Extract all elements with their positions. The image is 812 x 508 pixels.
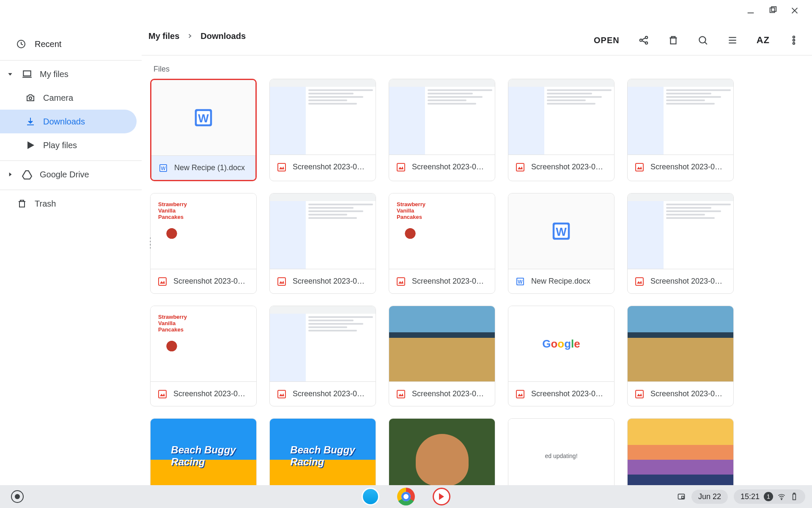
shelf-app-youtube-music[interactable]: [433, 488, 450, 505]
image-file-icon: [157, 389, 167, 399]
file-tile[interactable]: [389, 418, 495, 485]
file-tile[interactable]: Beach BuggyRacing: [269, 418, 376, 485]
svg-rect-57: [159, 390, 166, 398]
file-tile[interactable]: Screenshot 2023-0…: [627, 193, 734, 294]
svg-point-21: [699, 36, 705, 43]
more-icon[interactable]: [788, 35, 799, 46]
file-name: Screenshot 2023-0…: [293, 163, 365, 171]
sort-button[interactable]: AZ: [757, 35, 770, 46]
file-caption: Screenshot 2023-0…: [389, 155, 495, 179]
divider: [0, 60, 142, 61]
list-view-icon[interactable]: [727, 35, 738, 46]
download-icon: [25, 116, 36, 127]
file-tile[interactable]: StrawberryVanillaPancakesScreenshot 2023…: [150, 193, 257, 294]
sidebar-item-googledrive[interactable]: Google Drive: [0, 163, 137, 186]
file-tile[interactable]: ed updating!: [508, 418, 614, 485]
delete-icon[interactable]: [668, 35, 679, 46]
svg-marker-62: [398, 393, 403, 396]
svg-marker-58: [160, 393, 165, 396]
sidebar-item-myfiles[interactable]: My files: [0, 62, 137, 86]
file-tile[interactable]: GoogleScreenshot 2023-0…: [508, 306, 614, 406]
file-caption: Screenshot 2023-0…: [270, 269, 376, 293]
launcher-button[interactable]: [11, 490, 24, 503]
file-tile[interactable]: Beach BuggyRacing: [150, 418, 257, 485]
file-tile[interactable]: Screenshot 2023-0…: [389, 79, 495, 181]
trash-icon: [16, 199, 28, 209]
image-file-icon: [157, 276, 167, 287]
chevron-right-icon: [187, 31, 193, 41]
shelf-date[interactable]: Jun 22: [691, 490, 728, 504]
svg-marker-66: [637, 393, 642, 396]
svg-line-19: [642, 41, 645, 42]
chevron-right-icon: [6, 171, 14, 177]
svg-rect-61: [397, 390, 405, 398]
shelf-status-tray[interactable]: 15:21 1: [734, 489, 805, 504]
share-icon[interactable]: [638, 35, 649, 46]
svg-text:W: W: [198, 113, 209, 125]
file-thumbnail: W: [151, 80, 255, 155]
search-icon[interactable]: [697, 35, 708, 46]
file-thumbnail: [270, 306, 376, 381]
file-caption: WNew Recipe.docx: [508, 269, 614, 293]
sidebar-item-label: Google Drive: [40, 170, 89, 179]
sidebar-item-camera[interactable]: Camera: [0, 86, 137, 110]
sidebar: Recent My files Camera Downloads Play fi…: [0, 0, 142, 485]
svg-rect-65: [636, 390, 643, 398]
sidebar-item-recent[interactable]: Recent: [0, 31, 142, 57]
svg-point-28: [793, 42, 795, 44]
svg-rect-47: [397, 278, 405, 285]
file-caption: Screenshot 2023-0…: [151, 269, 256, 293]
file-tile[interactable]: WWNew Recipe.docx: [508, 193, 614, 294]
screencast-icon[interactable]: [677, 492, 686, 501]
file-thumbnail: [628, 419, 733, 485]
file-thumbnail: [389, 306, 495, 381]
image-file-icon: [515, 162, 525, 172]
file-tile[interactable]: Screenshot 2023-0…: [627, 306, 734, 406]
svg-marker-44: [160, 281, 165, 284]
svg-rect-71: [793, 493, 795, 494]
file-tile[interactable]: StrawberryVanillaPancakesScreenshot 2023…: [389, 193, 495, 294]
shelf: Jun 22 15:21 1: [0, 485, 812, 508]
sidebar-item-label: Camera: [43, 93, 73, 103]
file-thumbnail: [508, 79, 614, 155]
file-tile[interactable]: Screenshot 2023-0…: [627, 79, 734, 181]
breadcrumb-root[interactable]: My files: [148, 31, 179, 41]
file-name: Screenshot 2023-0…: [293, 389, 365, 398]
file-caption: Screenshot 2023-0…: [628, 381, 733, 406]
file-tile[interactable]: Screenshot 2023-0…: [508, 79, 614, 181]
open-button[interactable]: OPEN: [594, 36, 620, 45]
file-tile[interactable]: WWNew Recipe (1).docx: [150, 79, 257, 181]
svg-marker-42: [637, 166, 642, 169]
svg-marker-6: [8, 73, 12, 76]
file-tile[interactable]: StrawberryVanillaPancakesScreenshot 2023…: [150, 306, 257, 406]
divider: [0, 190, 142, 190]
svg-rect-35: [278, 163, 285, 171]
file-tile[interactable]: [627, 418, 734, 485]
camera-icon: [25, 93, 36, 103]
file-thumbnail: StrawberryVanillaPancakes: [389, 193, 495, 269]
svg-rect-63: [516, 390, 524, 398]
file-caption: Screenshot 2023-0…: [628, 269, 733, 293]
file-tile[interactable]: Screenshot 2023-0…: [389, 306, 495, 406]
svg-rect-43: [159, 278, 166, 285]
shelf-app-chrome[interactable]: [397, 488, 415, 505]
shelf-time: 15:21: [741, 492, 760, 501]
file-thumbnail: [628, 193, 733, 269]
file-thumbnail: ed updating!: [508, 419, 614, 485]
file-tile[interactable]: Screenshot 2023-0…: [269, 306, 376, 406]
sidebar-item-label: Recent: [35, 39, 61, 49]
sidebar-item-playfiles[interactable]: Play files: [0, 133, 137, 157]
sidebar-item-trash[interactable]: Trash: [0, 192, 137, 215]
shelf-app-files[interactable]: [362, 488, 379, 505]
image-file-icon: [634, 162, 645, 172]
file-name: Screenshot 2023-0…: [293, 277, 365, 286]
file-thumbnail: Beach BuggyRacing: [270, 419, 376, 485]
svg-line-22: [705, 42, 707, 44]
file-tile[interactable]: Screenshot 2023-0…: [269, 79, 376, 181]
svg-point-26: [793, 36, 795, 38]
word-file-icon: W: [158, 163, 168, 173]
file-name: New Recipe (1).docx: [174, 163, 245, 172]
sidebar-item-downloads[interactable]: Downloads: [0, 110, 137, 133]
file-tile[interactable]: Screenshot 2023-0…: [269, 193, 376, 294]
file-thumbnail: [389, 419, 495, 485]
